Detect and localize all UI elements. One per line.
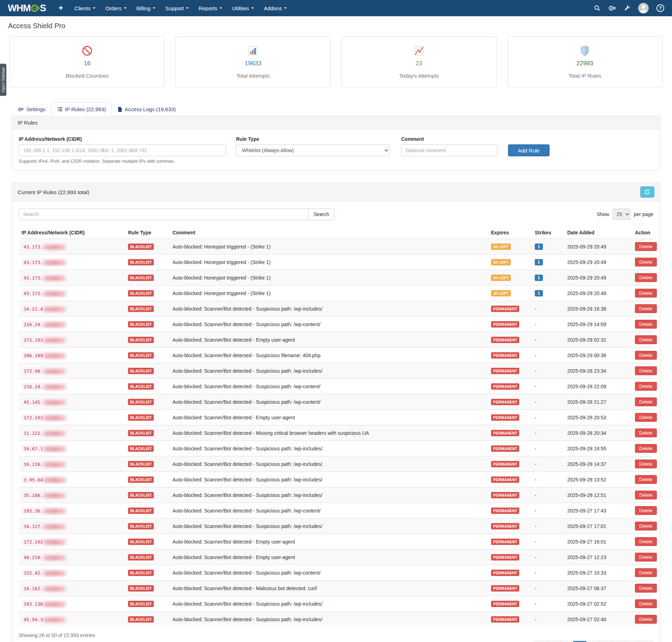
tab-access-logs[interactable]: Access Logs (19,633) — [112, 102, 182, 116]
refresh-button[interactable] — [640, 186, 654, 198]
delete-button[interactable]: Delete — [635, 397, 657, 406]
no-entry-icon — [13, 44, 161, 57]
expires-badge: PERMANENT — [491, 414, 519, 421]
delete-button[interactable]: Delete — [635, 537, 657, 546]
delete-button[interactable]: Delete — [635, 366, 657, 375]
ip-address: 31.222. — [22, 430, 67, 437]
strikes-value: - — [535, 477, 537, 482]
tab-label: Settings — [26, 106, 46, 112]
strikes-value: 1 — [535, 290, 543, 296]
whmcs-logo[interactable]: WHM⚙⚙S — [8, 2, 46, 14]
tab-ip-rules[interactable]: IP Rules (22,993) — [52, 102, 112, 116]
ip-address: 216.24. — [22, 321, 67, 328]
redacted-ip-segment — [43, 323, 65, 327]
wrench-icon[interactable] — [624, 5, 630, 11]
search-button[interactable]: Search — [309, 208, 334, 220]
ip-address: 35.188. — [22, 492, 67, 499]
nav-menu-item[interactable]: Reports — [194, 0, 227, 16]
avatar[interactable] — [638, 3, 649, 13]
table-row: 152.42. BLACKLIST Auto-blocked: Scanner/… — [19, 565, 653, 581]
delete-button[interactable]: Delete — [635, 599, 657, 608]
strikes-value: - — [535, 306, 537, 312]
delete-button[interactable]: Delete — [635, 615, 657, 624]
strikes-value: - — [535, 461, 537, 467]
delete-button[interactable]: Delete — [635, 335, 657, 344]
delete-button[interactable]: Delete — [635, 413, 657, 422]
ip-address: 34.67.1 — [22, 445, 67, 452]
rule-type-badge: BLACKLIST — [128, 585, 154, 592]
nav-menu-item[interactable]: Support — [161, 0, 194, 16]
expires-badge: PERMANENT — [491, 508, 519, 514]
panel-heading: IP Rules — [12, 116, 660, 130]
comment-input[interactable] — [401, 144, 497, 156]
ip-address: 43.173. — [22, 259, 67, 266]
delete-button[interactable]: Delete — [635, 491, 657, 499]
rule-comment: Auto-blocked: Scanner/Bot detected - Sus… — [170, 565, 488, 581]
delete-button[interactable]: Delete — [635, 242, 657, 251]
date-added: 2025-09-29 20:48 — [564, 286, 632, 301]
delete-button[interactable]: Delete — [635, 351, 657, 360]
rule-comment: Auto-blocked: Scanner/Bot detected - Sus… — [170, 612, 488, 627]
add-new-icon[interactable]: + — [59, 4, 63, 12]
redacted-ip-segment — [43, 431, 65, 436]
table-row: 34.162. BLACKLIST Auto-blocked: Scanner/… — [19, 581, 653, 596]
delete-button[interactable]: Delete — [635, 320, 657, 329]
expires-badge: PERMANENT — [491, 539, 519, 545]
delete-button[interactable]: Delete — [635, 258, 657, 266]
col-header-rule-type: Rule Type — [125, 227, 170, 239]
search-input[interactable] — [19, 208, 309, 220]
date-added: 2025-09-28 13:52 — [564, 472, 632, 487]
expires-badge: PERMANENT — [491, 430, 519, 436]
nav-menu-item[interactable]: Addons — [259, 0, 292, 16]
search-icon[interactable] — [594, 5, 600, 11]
date-added: 2025-09-29 20:49 — [564, 239, 632, 254]
show-label: Show — [597, 211, 609, 217]
stat-card-total-attempts: 19633 Total Attempts — [175, 36, 331, 88]
redacted-ip-segment — [43, 462, 65, 467]
redacted-ip-segment — [43, 509, 65, 514]
delete-button[interactable]: Delete — [635, 584, 657, 593]
main-content: ⚙⚙ Settings IP Rules (22,993) Access Log… — [0, 102, 672, 642]
add-rule-button[interactable]: Add Rule — [508, 144, 550, 156]
expires-badge: 1H LEFT — [491, 259, 511, 265]
redacted-ip-segment — [43, 571, 65, 576]
col-header-expires: Expires — [488, 227, 532, 239]
help-icon[interactable]: ? — [656, 4, 664, 12]
delete-button[interactable]: Delete — [635, 475, 657, 484]
rule-type-badge: BLACKLIST — [128, 461, 154, 467]
delete-button[interactable]: Delete — [635, 289, 657, 298]
gears-icon[interactable]: ⚙⚙ — [608, 5, 616, 12]
page-size-select[interactable]: 25 — [613, 209, 630, 220]
expires-badge: PERMANENT — [491, 492, 519, 498]
table-row: 172.192 BLACKLIST Auto-blocked: Scanner/… — [19, 534, 653, 550]
delete-button[interactable]: Delete — [635, 568, 657, 577]
nav-menu-item[interactable]: Orders — [101, 0, 132, 16]
chevron-down-icon — [153, 7, 156, 9]
delete-button[interactable]: Delete — [635, 506, 657, 515]
nav-menu-item[interactable]: Utilities — [227, 0, 259, 16]
delete-button[interactable]: Delete — [635, 522, 657, 530]
strikes-value: - — [535, 570, 537, 576]
ip-address: 172.192 — [22, 414, 67, 421]
ip-address: 34.21.4 — [22, 305, 67, 313]
ip-address-input[interactable] — [19, 144, 226, 156]
tab-settings[interactable]: ⚙⚙ Settings — [12, 102, 52, 116]
expires-badge: PERMANENT — [491, 461, 519, 467]
nav-menu-item[interactable]: Clients — [69, 0, 101, 16]
delete-button[interactable]: Delete — [635, 428, 657, 437]
delete-button[interactable]: Delete — [635, 273, 657, 282]
rule-type-badge: BLACKLIST — [128, 476, 154, 483]
delete-button[interactable]: Delete — [635, 382, 657, 391]
nav-menu-item[interactable]: Billing — [132, 0, 161, 16]
panel-body: Search Show 25 per page IP Address/Netwo… — [12, 202, 660, 642]
nav-menu: Clients Orders Billing Support Reports U… — [69, 0, 292, 16]
delete-button[interactable]: Delete — [635, 553, 657, 562]
open-sidebar-toggle[interactable]: Open Sidebar — [0, 64, 6, 96]
delete-button[interactable]: Delete — [635, 444, 657, 453]
rule-type-select[interactable]: Whitelist (Always Allow) — [236, 144, 389, 156]
rule-comment: Auto-blocked: Scanner/Bot detected - Sus… — [170, 317, 488, 332]
table-row: 3.95.64 BLACKLIST Auto-blocked: Scanner/… — [19, 472, 653, 487]
delete-button[interactable]: Delete — [635, 304, 657, 313]
delete-button[interactable]: Delete — [635, 460, 657, 468]
rule-type-badge: BLACKLIST — [128, 290, 154, 296]
